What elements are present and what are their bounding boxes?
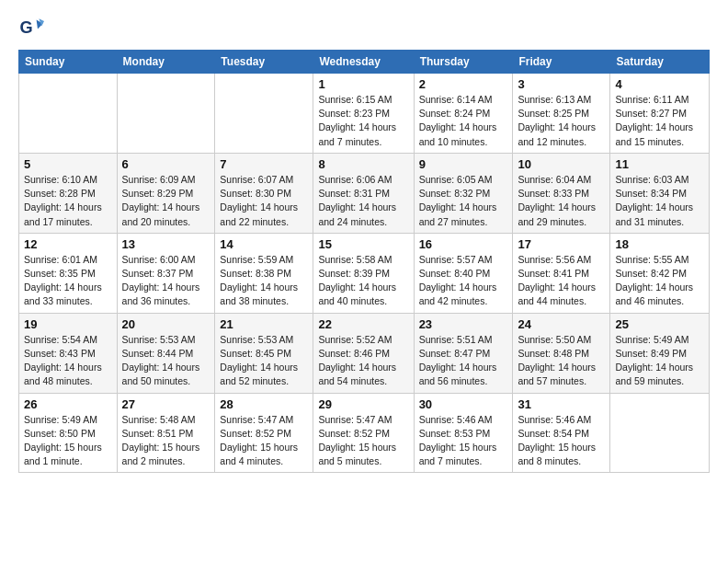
day-number: 29 (318, 397, 408, 411)
calendar-cell: 31Sunrise: 5:46 AMSunset: 8:54 PMDayligh… (513, 393, 610, 473)
logo: G (18, 15, 48, 40)
day-number: 22 (318, 317, 408, 331)
day-info: Sunrise: 6:14 AMSunset: 8:24 PMDaylight:… (419, 93, 508, 149)
calendar-cell: 30Sunrise: 5:46 AMSunset: 8:53 PMDayligh… (414, 393, 513, 473)
calendar-cell: 10Sunrise: 6:04 AMSunset: 8:33 PMDayligh… (513, 153, 610, 233)
day-number: 3 (518, 77, 605, 91)
calendar-cell: 22Sunrise: 5:52 AMSunset: 8:46 PMDayligh… (313, 313, 414, 393)
day-info: Sunrise: 6:10 AMSunset: 8:28 PMDaylight:… (24, 173, 112, 229)
calendar-cell: 3Sunrise: 6:13 AMSunset: 8:25 PMDaylight… (513, 74, 610, 154)
calendar-cell: 9Sunrise: 6:05 AMSunset: 8:32 PMDaylight… (414, 153, 513, 233)
day-number: 20 (122, 317, 210, 331)
day-info: Sunrise: 6:09 AMSunset: 8:29 PMDaylight:… (122, 173, 210, 229)
day-number: 31 (518, 397, 605, 411)
calendar-header: SundayMondayTuesdayWednesdayThursdayFrid… (19, 51, 710, 74)
header: G (18, 15, 710, 40)
day-info: Sunrise: 5:58 AMSunset: 8:39 PMDaylight:… (318, 253, 408, 309)
day-info: Sunrise: 5:48 AMSunset: 8:51 PMDaylight:… (122, 413, 210, 469)
day-number: 17 (518, 237, 605, 251)
logo-icon: G (18, 15, 44, 40)
day-info: Sunrise: 6:05 AMSunset: 8:32 PMDaylight:… (419, 173, 508, 229)
day-info: Sunrise: 5:47 AMSunset: 8:52 PMDaylight:… (220, 413, 308, 469)
calendar-cell: 12Sunrise: 6:01 AMSunset: 8:35 PMDayligh… (19, 233, 118, 313)
calendar-cell (117, 74, 215, 154)
day-number: 4 (615, 77, 704, 91)
calendar-cell: 19Sunrise: 5:54 AMSunset: 8:43 PMDayligh… (19, 313, 118, 393)
day-info: Sunrise: 6:06 AMSunset: 8:31 PMDaylight:… (318, 173, 408, 229)
calendar-cell: 17Sunrise: 5:56 AMSunset: 8:41 PMDayligh… (513, 233, 610, 313)
col-header-tuesday: Tuesday (215, 51, 313, 74)
calendar-cell: 23Sunrise: 5:51 AMSunset: 8:47 PMDayligh… (414, 313, 513, 393)
col-header-saturday: Saturday (610, 51, 710, 74)
day-number: 21 (220, 317, 308, 331)
day-number: 12 (24, 237, 112, 251)
calendar-cell: 6Sunrise: 6:09 AMSunset: 8:29 PMDaylight… (117, 153, 215, 233)
day-info: Sunrise: 5:51 AMSunset: 8:47 PMDaylight:… (419, 333, 508, 389)
day-info: Sunrise: 5:46 AMSunset: 8:54 PMDaylight:… (518, 413, 605, 469)
calendar-cell: 25Sunrise: 5:49 AMSunset: 8:49 PMDayligh… (610, 313, 710, 393)
day-number: 27 (122, 397, 210, 411)
day-number: 28 (220, 397, 308, 411)
day-info: Sunrise: 6:01 AMSunset: 8:35 PMDaylight:… (24, 253, 112, 309)
day-info: Sunrise: 5:57 AMSunset: 8:40 PMDaylight:… (419, 253, 508, 309)
day-number: 10 (518, 157, 605, 171)
calendar-cell: 13Sunrise: 6:00 AMSunset: 8:37 PMDayligh… (117, 233, 215, 313)
day-info: Sunrise: 5:55 AMSunset: 8:42 PMDaylight:… (615, 253, 704, 309)
calendar-cell: 11Sunrise: 6:03 AMSunset: 8:34 PMDayligh… (610, 153, 710, 233)
day-info: Sunrise: 6:03 AMSunset: 8:34 PMDaylight:… (615, 173, 704, 229)
day-info: Sunrise: 5:49 AMSunset: 8:49 PMDaylight:… (615, 333, 704, 389)
week-row-4: 19Sunrise: 5:54 AMSunset: 8:43 PMDayligh… (19, 313, 710, 393)
day-info: Sunrise: 5:52 AMSunset: 8:46 PMDaylight:… (318, 333, 408, 389)
header-row: SundayMondayTuesdayWednesdayThursdayFrid… (19, 51, 710, 74)
calendar-cell: 21Sunrise: 5:53 AMSunset: 8:45 PMDayligh… (215, 313, 313, 393)
day-info: Sunrise: 5:56 AMSunset: 8:41 PMDaylight:… (518, 253, 605, 309)
calendar-cell (19, 74, 118, 154)
calendar-cell: 1Sunrise: 6:15 AMSunset: 8:23 PMDaylight… (313, 74, 414, 154)
day-number: 19 (24, 317, 112, 331)
calendar-cell: 20Sunrise: 5:53 AMSunset: 8:44 PMDayligh… (117, 313, 215, 393)
calendar-cell: 2Sunrise: 6:14 AMSunset: 8:24 PMDaylight… (414, 74, 513, 154)
calendar-cell: 27Sunrise: 5:48 AMSunset: 8:51 PMDayligh… (117, 393, 215, 473)
calendar: SundayMondayTuesdayWednesdayThursdayFrid… (18, 50, 710, 473)
day-number: 18 (615, 237, 704, 251)
calendar-body: 1Sunrise: 6:15 AMSunset: 8:23 PMDaylight… (19, 74, 710, 473)
col-header-sunday: Sunday (19, 51, 118, 74)
day-info: Sunrise: 5:47 AMSunset: 8:52 PMDaylight:… (318, 413, 408, 469)
calendar-cell: 26Sunrise: 5:49 AMSunset: 8:50 PMDayligh… (19, 393, 118, 473)
day-number: 13 (122, 237, 210, 251)
col-header-thursday: Thursday (414, 51, 513, 74)
col-header-monday: Monday (117, 51, 215, 74)
day-info: Sunrise: 5:50 AMSunset: 8:48 PMDaylight:… (518, 333, 605, 389)
calendar-cell: 7Sunrise: 6:07 AMSunset: 8:30 PMDaylight… (215, 153, 313, 233)
week-row-1: 1Sunrise: 6:15 AMSunset: 8:23 PMDaylight… (19, 74, 710, 154)
day-info: Sunrise: 5:54 AMSunset: 8:43 PMDaylight:… (24, 333, 112, 389)
calendar-cell: 29Sunrise: 5:47 AMSunset: 8:52 PMDayligh… (313, 393, 414, 473)
day-number: 15 (318, 237, 408, 251)
day-number: 24 (518, 317, 605, 331)
week-row-5: 26Sunrise: 5:49 AMSunset: 8:50 PMDayligh… (19, 393, 710, 473)
day-info: Sunrise: 5:59 AMSunset: 8:38 PMDaylight:… (220, 253, 308, 309)
calendar-cell (610, 393, 710, 473)
day-number: 23 (419, 317, 508, 331)
calendar-cell: 16Sunrise: 5:57 AMSunset: 8:40 PMDayligh… (414, 233, 513, 313)
week-row-3: 12Sunrise: 6:01 AMSunset: 8:35 PMDayligh… (19, 233, 710, 313)
day-number: 7 (220, 157, 308, 171)
day-number: 14 (220, 237, 308, 251)
svg-text:G: G (19, 18, 32, 37)
day-number: 26 (24, 397, 112, 411)
day-info: Sunrise: 5:46 AMSunset: 8:53 PMDaylight:… (419, 413, 508, 469)
page: G SundayMondayTuesdayWednesdayThursdayFr… (0, 0, 728, 563)
day-number: 8 (318, 157, 408, 171)
calendar-cell: 18Sunrise: 5:55 AMSunset: 8:42 PMDayligh… (610, 233, 710, 313)
calendar-cell: 14Sunrise: 5:59 AMSunset: 8:38 PMDayligh… (215, 233, 313, 313)
calendar-cell: 4Sunrise: 6:11 AMSunset: 8:27 PMDaylight… (610, 74, 710, 154)
week-row-2: 5Sunrise: 6:10 AMSunset: 8:28 PMDaylight… (19, 153, 710, 233)
col-header-friday: Friday (513, 51, 610, 74)
day-number: 16 (419, 237, 508, 251)
day-info: Sunrise: 6:15 AMSunset: 8:23 PMDaylight:… (318, 93, 408, 149)
calendar-cell: 8Sunrise: 6:06 AMSunset: 8:31 PMDaylight… (313, 153, 414, 233)
day-info: Sunrise: 6:00 AMSunset: 8:37 PMDaylight:… (122, 253, 210, 309)
day-info: Sunrise: 6:11 AMSunset: 8:27 PMDaylight:… (615, 93, 704, 149)
day-info: Sunrise: 5:53 AMSunset: 8:45 PMDaylight:… (220, 333, 308, 389)
day-number: 6 (122, 157, 210, 171)
